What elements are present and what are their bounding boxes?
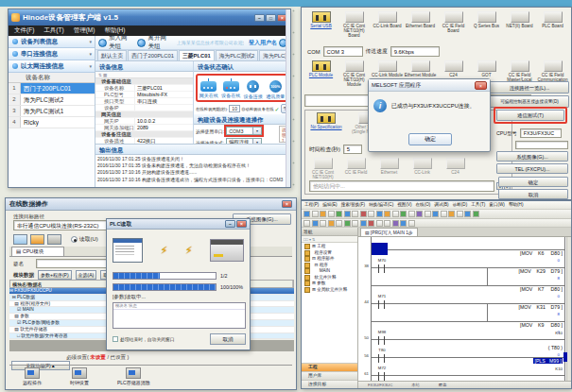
menu-item[interactable]: 在线(O) <box>416 202 431 209</box>
operation-radio[interactable]: 读取(U) <box>71 235 98 244</box>
minimize-button[interactable]: − <box>254 14 265 22</box>
property-grid-toolbar[interactable]: ⇅ ▦ <box>95 72 193 78</box>
device-row[interactable]: 1 西门子200PLC01 <box>9 83 95 94</box>
connection-route-list-button[interactable]: 连接路径一览(L)... <box>490 81 569 94</box>
menu-item[interactable]: 编辑(E) <box>322 202 337 209</box>
navigation-tab[interactable]: 工程 <box>302 363 357 371</box>
ladder-rung[interactable]: [MOV K7 D80 ] 0 <box>358 276 571 294</box>
device-row[interactable]: 2 海为PLC测试2 <box>9 94 95 106</box>
pc-interface-button[interactable]: CC IE Cont NET/10(H) Board <box>338 11 371 39</box>
title-bar[interactable]: Hinode设备管理客户端 v1.5 − □ × <box>9 9 290 26</box>
device-row[interactable]: 3 海为PLC测试1 <box>9 106 95 117</box>
device-tab[interactable]: 西门子200PLC01 <box>128 50 178 60</box>
serial-port-select[interactable]: COM3 <box>226 127 262 135</box>
ladder-rung[interactable]: [MOV K9 D80 ] 0 <box>358 312 571 330</box>
join-gateway-button[interactable]: 加入网关组 <box>98 37 132 48</box>
online-data-close-button[interactable]: × <box>282 200 292 208</box>
function-icon-button[interactable]: 远程操作 <box>23 367 42 387</box>
menu-item[interactable]: 诊断(D) <box>453 202 468 209</box>
menu-item[interactable]: 工具(T) <box>43 26 63 35</box>
connect-mode-select[interactable]: 编程连接 <box>226 138 262 144</box>
property-row[interactable]: 网关IP 10.0.0.2 <box>95 118 193 125</box>
device-tab[interactable]: 海为PLC测试2 <box>216 50 259 60</box>
auto-detect-checkbox[interactable]: ✓ <box>275 106 280 112</box>
pc-interface-button[interactable]: Ethernet Board <box>404 11 437 39</box>
plc-read-title-bar[interactable]: PLC读取 −× <box>107 219 250 230</box>
plc-interface-button[interactable]: PLC Module <box>304 60 338 88</box>
cancel-button[interactable]: 取消 <box>498 189 568 199</box>
maximize-button[interactable]: □ <box>266 14 276 22</box>
ladder-rung[interactable]: 61 M72 K10 ( T84 ) 0 <box>358 366 571 381</box>
menu-item[interactable]: 调试(B) <box>434 202 448 209</box>
network-route-button[interactable]: CC IE Field <box>339 158 373 179</box>
pc-interface-button[interactable]: PLC Board <box>536 11 569 39</box>
menu-item[interactable]: 窗口(W) <box>489 202 505 209</box>
property-row[interactable]: 设备基础信息 <box>95 78 193 85</box>
navigation-toolbar[interactable]: □□ ▾ ⇅ <box>302 236 357 243</box>
ok-button[interactable]: 确定 <box>498 177 568 187</box>
property-row[interactable]: 接口类型 串口连接 <box>95 98 193 105</box>
menu-item[interactable]: 工具(T) <box>471 202 485 209</box>
pc-interface-button[interactable]: Q Series Bus <box>470 11 503 39</box>
menu-item[interactable]: 转换/编译(C) <box>369 202 393 209</box>
function-icon-button[interactable]: PLC存储器清除 <box>117 367 150 387</box>
document-tab[interactable]: ▤ [PRG]写入 MAIN 1步 <box>360 228 418 236</box>
ladder-rung[interactable]: [MOV K6 D80 ] 0 <box>358 240 571 258</box>
function-icon-button[interactable]: 时钟设置 <box>70 367 89 387</box>
pc-interface-button[interactable]: NET(II) Board <box>503 11 536 39</box>
navigation-tab[interactable]: 用户库 <box>302 371 357 380</box>
menu-item[interactable]: 视图(V) <box>397 202 411 209</box>
online-data-title-bar[interactable]: 在线数据操作 × <box>6 198 296 211</box>
sidebar-section[interactable]: 串口连接信息 <box>9 48 95 60</box>
navigation-tab[interactable]: 连接目标 <box>302 380 357 388</box>
menu-item[interactable]: 管理(M) <box>74 26 95 35</box>
period-input[interactable]: 10 <box>229 105 240 112</box>
pc-interface-button[interactable]: CC-Link Board <box>371 11 404 39</box>
melsoft-close-button[interactable]: × <box>475 81 487 90</box>
plc-interface-button[interactable]: CC IE Cont NET/10(H) Module <box>338 60 371 88</box>
sidebar-section[interactable]: 设备列表信息 <box>9 36 95 48</box>
menu-item[interactable]: 帮助(H) <box>509 202 524 209</box>
pc-interface-button[interactable]: Serial USB <box>304 11 338 39</box>
ladder-toolbar-1[interactable] <box>302 210 571 219</box>
sidebar-section[interactable]: 以太网连接信息 <box>9 60 95 73</box>
communication-test-button[interactable]: 通信测试(T) <box>496 110 564 121</box>
network-route-button[interactable]: CC IE Cont NET/10(H) <box>306 158 339 179</box>
device-tab[interactable]: 三菱PLC01 <box>179 50 215 60</box>
property-row[interactable]: 网关添加端口 2089 <box>95 125 193 131</box>
ladder-rung[interactable]: 56 T80 [PLS M99 ] <box>358 348 571 366</box>
auto-close-checkbox[interactable] <box>113 336 118 342</box>
ladder-rung[interactable]: 44 M71 [MOV K31 D79 ] 8 <box>358 294 571 312</box>
leave-gateway-button[interactable]: 离开网关组 <box>137 37 171 48</box>
property-row[interactable]: 网关信息 <box>95 111 193 118</box>
select-all-button[interactable]: 全选(A) <box>76 270 97 280</box>
time-check-field[interactable]: 5 <box>343 145 362 154</box>
device-row[interactable]: 4 Ricky <box>9 117 95 128</box>
property-row[interactable]: 设备IP <box>95 105 193 111</box>
param-program-button[interactable]: 参数+程序(P) <box>38 270 72 280</box>
menu-item[interactable]: 文件(F) <box>14 26 34 35</box>
log-scrollbar[interactable] <box>286 9 290 187</box>
melsoft-ok-button[interactable]: 确定 <box>408 133 452 145</box>
ladder-rung[interactable]: 38 M70 [MOV K29 D79 ] 8 <box>358 258 571 276</box>
baud-rate-field[interactable]: 9.6Kbps <box>390 46 440 57</box>
network-route-button[interactable]: C24 <box>439 158 472 179</box>
pc-interface-button[interactable]: CC IE Field Board <box>437 11 470 39</box>
melsoft-title-bar[interactable]: MELSOFT 应用程序 × <box>369 79 490 92</box>
property-row[interactable]: 设备备注信息 <box>95 131 193 138</box>
plc-read-close[interactable]: × <box>236 220 247 228</box>
no-specification-button[interactable]: No Specification <box>307 112 345 129</box>
system-image-button[interactable]: 系统图像(G)... <box>496 151 568 162</box>
login-user[interactable]: 登入用户名 <box>249 39 287 47</box>
menu-item[interactable]: 搜索/替换(F) <box>341 202 366 209</box>
device-tab[interactable]: 默认主页 <box>97 50 127 60</box>
property-row[interactable]: 设备名称 三菱PLC01 <box>95 85 193 92</box>
com-port-field[interactable]: COM 3 <box>323 46 363 57</box>
network-route-button[interactable]: CC-Link <box>406 158 439 179</box>
network-route-button[interactable]: Ethernet <box>373 158 406 179</box>
menu-item[interactable]: 工程(P) <box>304 202 319 209</box>
cpu-module-tab[interactable]: ▤ CPU模块 <box>11 247 64 256</box>
ladder-canvas[interactable]: [MOV K6 D80 ] 0 38 M70 <box>358 237 571 381</box>
plc-read-cancel-button[interactable]: 取消 <box>210 333 246 345</box>
ladder-toolbar-2[interactable] <box>302 219 571 228</box>
